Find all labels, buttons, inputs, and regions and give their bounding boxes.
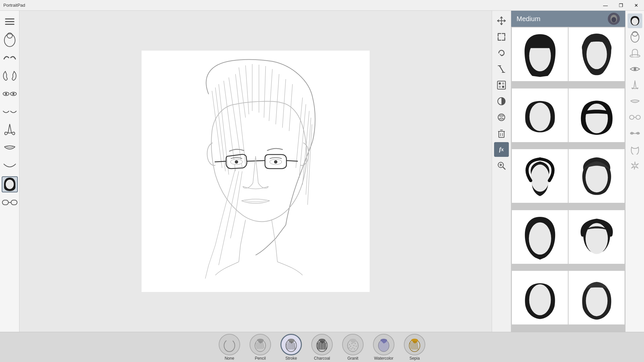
far-right-mustache-btn[interactable] [628,126,642,141]
right-panel-title: Medium [517,15,540,23]
chin-icon [2,163,17,170]
hair-item-4[interactable] [569,88,625,142]
tool-column: fx [492,11,511,332]
svg-point-80 [353,348,353,348]
pattern-tool[interactable] [494,78,509,93]
style-sepia[interactable]: Sepia [401,334,428,361]
svg-line-54 [256,343,257,349]
style-granit[interactable]: Granit [339,334,366,361]
glasses-sidebar-icon [2,199,18,206]
svg-point-77 [349,344,350,345]
sidebar-item-eyebrows[interactable] [2,50,18,66]
far-right-nose-btn[interactable] [628,78,642,93]
lower-eyes-icon [2,108,17,116]
eyebrows-icon [3,53,17,62]
maximize-button[interactable]: ❐ [613,0,629,11]
sidebar-item-eyes[interactable] [2,86,18,102]
style-granit-thumb [342,334,364,355]
style-charcoal-thumb [311,334,333,355]
svg-line-74 [324,342,325,350]
svg-rect-8 [11,200,17,205]
hair-item-6[interactable] [569,149,625,203]
canvas [142,51,370,292]
far-right-decor-btn[interactable] [628,158,642,173]
svg-point-37 [585,104,607,133]
main-layout: fx Medium [0,11,644,332]
svg-point-6 [6,180,14,189]
svg-point-39 [585,163,607,192]
portrait-drawing [142,51,370,292]
svg-rect-50 [636,115,640,119]
style-pencil[interactable]: Pencil [247,334,274,361]
close-button[interactable]: ✕ [629,0,644,11]
fx-tool[interactable]: fx [494,142,509,157]
bottom-style-bar: None Pencil Stroke Charcoal Granit [0,332,644,362]
style-watercolor[interactable]: Watercolor [370,334,397,361]
slant-tool[interactable] [494,62,509,76]
hair-item-9[interactable] [512,271,568,324]
menu-button[interactable] [2,13,18,29]
hair-item-10[interactable] [569,271,625,324]
hair-item-7[interactable] [512,210,568,264]
svg-point-36 [529,103,550,131]
style-charcoal-label: Charcoal [314,356,330,361]
sidebar-item-chin[interactable] [2,158,18,174]
sidebar-item-ears[interactable] [2,68,18,84]
svg-line-72 [322,341,322,350]
far-right-eye-btn[interactable] [628,62,642,76]
svg-point-84 [354,349,355,349]
far-right-beard-btn[interactable] [628,142,642,157]
transform-tool[interactable] [494,110,509,125]
sidebar-item-nose[interactable] [2,122,18,138]
hair-item-8[interactable] [569,210,625,264]
svg-line-90 [412,342,413,350]
eyes-icon [2,90,17,98]
svg-line-69 [318,343,318,350]
far-right-panel [625,11,644,332]
far-right-face-btn[interactable] [628,29,642,44]
minimize-button[interactable]: — [598,0,613,11]
style-none[interactable]: None [216,334,243,361]
style-charcoal[interactable]: Charcoal [309,334,335,361]
sidebar-item-mouth[interactable] [2,140,18,156]
sidebar-item-face[interactable] [2,32,18,48]
style-stroke[interactable]: Stroke [278,334,305,361]
far-right-hat-btn[interactable] [628,46,642,60]
far-right-glasses-btn[interactable] [628,110,642,125]
svg-line-14 [499,66,503,72]
hair-item-5[interactable] [512,149,568,203]
svg-rect-17 [497,81,505,89]
contrast-tool[interactable] [494,94,509,109]
far-right-lips-btn[interactable] [628,94,642,109]
svg-point-79 [352,343,352,344]
hair-item-2[interactable] [569,27,625,81]
style-granit-label: Granit [347,356,359,361]
expand-tool[interactable] [494,29,509,44]
svg-point-81 [354,345,354,346]
far-right-hair-btn[interactable] [628,13,642,28]
svg-point-42 [529,285,551,315]
sidebar-item-lower-eyes[interactable] [2,104,18,120]
delete-tool[interactable] [494,126,509,141]
sidebar-item-glasses[interactable] [2,194,18,210]
svg-point-43 [586,285,607,316]
hair-item-1[interactable] [512,27,568,81]
svg-line-71 [320,341,321,350]
hair-item-3[interactable] [512,88,568,142]
right-panel-header: Medium [511,11,625,27]
left-sidebar [0,11,19,332]
rotate-tool[interactable] [494,46,509,60]
face-icon [3,32,16,47]
svg-point-38 [531,165,549,192]
sidebar-item-hair[interactable] [2,176,18,192]
style-none-label: None [225,356,234,361]
hair-category-icon[interactable] [608,13,620,25]
svg-point-44 [632,18,638,25]
svg-point-5 [12,93,14,95]
style-sepia-thumb [404,334,425,355]
zoom-tool[interactable] [494,158,509,173]
svg-rect-19 [502,82,504,84]
style-watercolor-label: Watercolor [374,356,393,361]
svg-line-58 [261,342,263,349]
move-tool[interactable] [494,13,509,28]
